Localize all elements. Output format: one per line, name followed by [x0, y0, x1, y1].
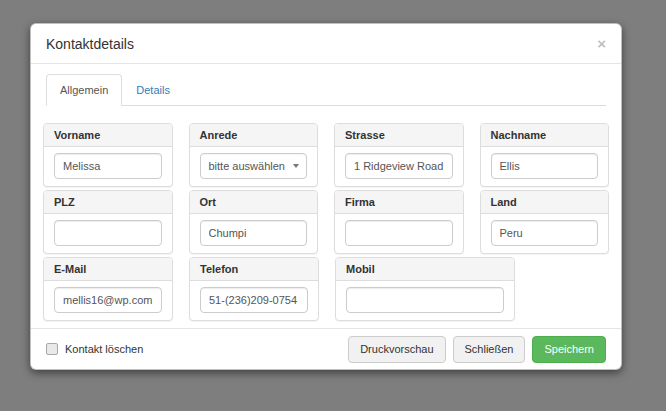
- land-label: Land: [481, 191, 609, 214]
- anrede-selected-value: bitte auswählen: [209, 160, 285, 172]
- ort-label: Ort: [190, 191, 318, 214]
- footer-buttons: Druckvorschau Schließen Speichern: [348, 336, 606, 363]
- tab-allgemein[interactable]: Allgemein: [46, 74, 122, 106]
- vorname-label: Vorname: [44, 124, 172, 147]
- kontaktdetails-modal: Kontaktdetails × Allgemein Details Vorna…: [30, 23, 622, 370]
- modal-header: Kontaktdetails ×: [31, 24, 621, 64]
- nachname-input[interactable]: [491, 153, 599, 179]
- form-row-2: PLZ Ort Firma: [43, 190, 609, 254]
- field-panel-nachname: Nachname: [480, 123, 610, 187]
- kontakt-loeschen-option: Kontakt löschen: [46, 343, 143, 355]
- firma-input[interactable]: [345, 220, 453, 246]
- mobil-label: Mobil: [336, 258, 514, 281]
- kontakt-loeschen-label: Kontakt löschen: [65, 343, 143, 355]
- anrede-select[interactable]: bitte auswählen: [200, 153, 308, 179]
- form-row-3: E-Mail Telefon Mobil: [43, 257, 609, 321]
- field-panel-land: Land: [480, 190, 610, 254]
- field-panel-firma: Firma: [334, 190, 464, 254]
- field-panel-strasse: Strasse: [334, 123, 464, 187]
- telefon-input[interactable]: [200, 287, 308, 313]
- strasse-input[interactable]: [345, 153, 453, 179]
- tab-bar: Allgemein Details: [46, 74, 606, 106]
- field-panel-mobil: Mobil: [335, 257, 515, 321]
- nachname-label: Nachname: [481, 124, 609, 147]
- schliessen-button[interactable]: Schließen: [453, 336, 526, 363]
- druckvorschau-button[interactable]: Druckvorschau: [348, 336, 445, 363]
- kontakt-loeschen-checkbox[interactable]: [46, 343, 58, 355]
- close-icon[interactable]: ×: [597, 36, 606, 51]
- field-panel-vorname: Vorname: [43, 123, 173, 187]
- mobil-input[interactable]: [346, 287, 504, 313]
- email-input[interactable]: [54, 287, 162, 313]
- ort-input[interactable]: [200, 220, 308, 246]
- land-input[interactable]: [491, 220, 599, 246]
- caret-down-icon: [293, 164, 299, 168]
- plz-input[interactable]: [54, 220, 162, 246]
- email-label: E-Mail: [44, 258, 172, 281]
- plz-label: PLZ: [44, 191, 172, 214]
- dimmed-backdrop: Kontaktdetails × Allgemein Details Vorna…: [0, 0, 666, 411]
- vorname-input[interactable]: [54, 153, 162, 179]
- field-panel-telefon: Telefon: [189, 257, 319, 321]
- anrede-label: Anrede: [190, 124, 318, 147]
- field-panel-plz: PLZ: [43, 190, 173, 254]
- firma-label: Firma: [335, 191, 463, 214]
- telefon-label: Telefon: [190, 258, 318, 281]
- field-panel-anrede: Anrede bitte auswählen: [189, 123, 319, 187]
- contact-form: Vorname Anrede bitte auswählen S: [31, 106, 621, 324]
- strasse-label: Strasse: [335, 124, 463, 147]
- modal-title: Kontaktdetails: [46, 36, 134, 52]
- tab-details[interactable]: Details: [122, 74, 184, 106]
- field-panel-ort: Ort: [189, 190, 319, 254]
- speichern-button[interactable]: Speichern: [532, 336, 606, 363]
- field-panel-email: E-Mail: [43, 257, 173, 321]
- form-row-1: Vorname Anrede bitte auswählen S: [43, 123, 609, 187]
- modal-footer: Kontakt löschen Druckvorschau Schließen …: [31, 328, 621, 369]
